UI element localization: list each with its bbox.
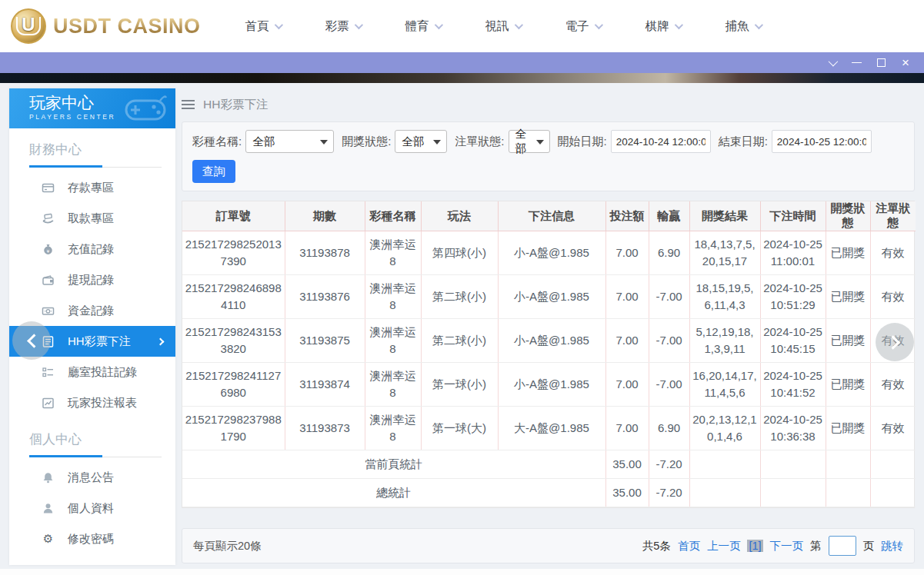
gear-icon: ⚙: [42, 533, 55, 546]
prev-page-link[interactable]: 上一页: [707, 539, 741, 553]
cell-period: 31193876: [285, 275, 365, 319]
cell-bet-info: 小-A盤@1.985: [498, 319, 605, 363]
col-play: 玩法: [421, 201, 498, 231]
cell-lottery: 澳洲幸运8: [365, 319, 421, 363]
current-page-badge[interactable]: [1]: [747, 540, 762, 552]
chevron-right-icon: [157, 337, 165, 345]
table-row: 2152172982431533820 31193875 澳洲幸运8 第二球(小…: [182, 319, 916, 363]
jump-button[interactable]: 跳转: [881, 539, 903, 553]
brand-name: USDT CASINO: [53, 15, 201, 38]
cell-bet-amount: 7.00: [605, 275, 649, 319]
sidebar-item-profile[interactable]: 個人資料: [9, 493, 175, 523]
col-lottery-name: 彩種名稱: [365, 201, 421, 231]
nav-label: 棋牌: [645, 18, 669, 35]
start-date-input[interactable]: [611, 130, 711, 153]
nav-item-home[interactable]: 首頁: [245, 18, 325, 35]
window-minimize-button[interactable]: [844, 52, 869, 73]
window-close-button[interactable]: ×: [893, 52, 918, 73]
table-row: 2152172982379881790 31193873 澳洲幸运8 第一球(大…: [182, 407, 916, 450]
sidebar-item-room-bet-records[interactable]: 廳室投註記錄: [9, 357, 175, 387]
pagination-panel: 每頁顯示20條 共5条 首页 上一页 [1] 下一页 第 页 跳转: [182, 528, 915, 563]
nav-item-boardgames[interactable]: 棋牌: [645, 18, 726, 35]
hamburger-icon[interactable]: [182, 104, 195, 105]
withdraw-hand-icon: [42, 212, 55, 225]
sidebar-item-recharge-record[interactable]: ¥ 充值記錄: [9, 234, 175, 264]
sidebar-item-label: 取款專區: [68, 211, 114, 226]
cell-order-id: 2152172982379881790: [182, 407, 285, 450]
end-date-input[interactable]: [772, 130, 872, 153]
breadcrumb: HH彩票下注: [182, 83, 915, 114]
nav-label: 首頁: [245, 18, 269, 35]
banner-strip: [0, 73, 924, 83]
cell-bet-time: 2024-10-25 10:41:52: [760, 363, 826, 407]
section-divider: [29, 165, 162, 168]
sidebar-section-personal: 個人中心: [29, 430, 162, 457]
total-summary-label: 總統計: [182, 479, 605, 507]
close-icon: ×: [902, 56, 909, 69]
col-draw-result: 開獎結果: [689, 201, 760, 231]
table-row: 2152172982468984110 31193876 澳洲幸运8 第二球(小…: [182, 275, 916, 319]
sidebar-item-withdraw-record[interactable]: 提現記錄: [9, 264, 175, 295]
window-maximize-button[interactable]: [869, 52, 893, 73]
section-title-personal: 個人中心: [29, 430, 162, 455]
cell-lottery: 澳洲幸运8: [365, 275, 421, 319]
section-title-finance: 財務中心: [29, 141, 162, 165]
scroll-right-button[interactable]: [876, 323, 914, 361]
chevron-down-icon: [514, 21, 522, 29]
page-size-text: 每頁顯示20條: [193, 539, 262, 553]
first-page-link[interactable]: 首页: [678, 539, 700, 553]
nav-item-sports[interactable]: 體育: [405, 18, 485, 35]
nav-item-electronic[interactable]: 電子: [565, 18, 645, 35]
jump-page-input[interactable]: [829, 536, 856, 556]
total-summary-bet-amount: 35.00: [605, 479, 649, 507]
draw-status-select[interactable]: 全部: [395, 130, 447, 153]
gamepad-icon: [123, 95, 168, 124]
section-divider: [29, 455, 162, 457]
sidebar-item-label: 玩家投注報表: [68, 396, 137, 410]
sidebar-item-label: 充值記錄: [68, 242, 114, 257]
cell-order-id: 2152172982431533820: [182, 319, 285, 363]
cell-play: 第一球(大): [421, 407, 498, 450]
table-row: 2152172982411276980 31193874 澳洲幸运8 第一球(小…: [182, 363, 916, 407]
sidebar-item-withdraw[interactable]: 取款專區: [9, 203, 175, 234]
report-chart-icon: [42, 397, 55, 410]
col-bet-amount: 投注額: [605, 201, 649, 231]
total-summary-row: 總統計 35.00 -7.20: [182, 479, 916, 507]
cell-period: 31193873: [285, 407, 365, 450]
sidebar-item-player-bet-report[interactable]: 玩家投注報表: [9, 387, 175, 418]
total-count-text: 共5条: [642, 539, 671, 553]
lottery-name-select[interactable]: 全部: [245, 130, 334, 153]
cell-draw-status: 已開獎: [826, 407, 870, 450]
sidebar-item-deposit[interactable]: 存款專區: [9, 172, 175, 203]
next-page-link[interactable]: 下一页: [770, 539, 804, 553]
cell-period: 31193878: [285, 231, 365, 275]
sidebar-item-label: 資金記錄: [68, 304, 114, 318]
nav-label: 電子: [565, 18, 589, 35]
scroll-left-button[interactable]: [12, 321, 51, 360]
cell-draw-result: 20,2,13,12,10,1,4,6: [689, 407, 760, 450]
sidebar-item-announcements[interactable]: 消息公告: [9, 462, 175, 493]
wallet-icon: [42, 274, 55, 287]
cell-play: 第一球(小): [421, 363, 498, 407]
query-button[interactable]: 查詢: [192, 160, 235, 183]
chevron-down-icon: [754, 21, 762, 29]
moneybag-icon: ¥: [42, 243, 55, 256]
cell-period: 31193875: [285, 319, 365, 363]
cell-bet-info: 小-A盤@1.985: [498, 231, 605, 275]
col-bet-time: 下注時間: [760, 201, 826, 231]
order-status-select[interactable]: 全部: [509, 130, 550, 153]
brand-logo[interactable]: U USDT CASINO: [11, 8, 201, 44]
cell-lottery: 澳洲幸运8: [365, 407, 421, 450]
nav-item-lottery[interactable]: 彩票: [325, 18, 405, 35]
sidebar-item-change-password[interactable]: ⚙ 修改密碼: [9, 523, 175, 554]
chevron-left-icon: [27, 334, 41, 347]
window-collapse-button[interactable]: [819, 52, 844, 73]
chevron-down-icon: [594, 21, 602, 29]
cell-win-loss: 6.90: [649, 231, 689, 275]
cell-lottery: 澳洲幸运8: [365, 363, 421, 407]
page-summary-bet-amount: 35.00: [605, 450, 649, 479]
chevron-down-icon: [274, 21, 282, 29]
nav-item-video[interactable]: 視訊: [485, 18, 565, 35]
page-summary-row: 當前頁統計 35.00 -7.20: [182, 450, 916, 479]
nav-item-fishing[interactable]: 捕魚: [726, 18, 806, 35]
